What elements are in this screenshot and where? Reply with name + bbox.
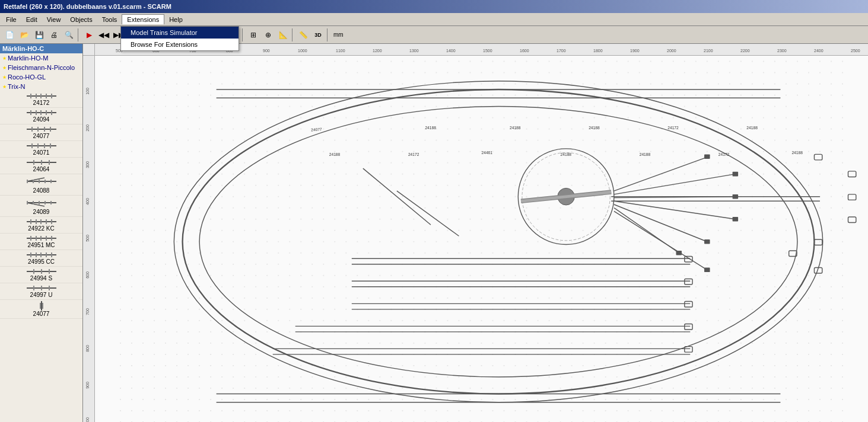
track-item-24071[interactable]: 24071 — [0, 141, 82, 158]
svg-rect-11 — [39, 201, 40, 204]
svg-text:24188: 24188 — [746, 126, 758, 130]
track-label-24064: 24064 — [33, 166, 50, 172]
menu-objects[interactable]: Objects — [65, 15, 97, 24]
print-button[interactable]: 🖨 — [47, 28, 61, 42]
track-icon-24995cc — [27, 252, 56, 257]
track-icon-24951mc — [27, 236, 56, 241]
track-item-24077b[interactable]: 24077 — [0, 300, 82, 319]
snap-button[interactable]: ⊕ — [261, 28, 275, 42]
sidebar-category-fleischmann[interactable]: Fleischmann-N-Piccolo — [0, 63, 82, 72]
play-button[interactable]: ▶ — [82, 28, 96, 42]
track-item-24077[interactable]: 24077 — [0, 124, 82, 141]
svg-text:1400: 1400 — [446, 49, 456, 53]
menu-help[interactable]: Help — [164, 15, 187, 24]
sidebar: Märklin-HO-C Marklin-HO-M Fleischmann-N-… — [0, 44, 83, 422]
svg-text:2000: 2000 — [667, 49, 676, 53]
track-item-24089[interactable]: 24089 — [0, 196, 82, 217]
svg-text:24188: 24188 — [589, 126, 600, 130]
menu-tools[interactable]: Tools — [97, 15, 122, 24]
svg-text:2400: 2400 — [814, 49, 824, 53]
track-item-24995cc[interactable]: 24995 CC — [0, 250, 82, 267]
svg-text:1700: 1700 — [557, 49, 566, 53]
titlebar: Rettafel (260 x 120). dubbelbaans v.01.s… — [0, 0, 868, 13]
sep1 — [78, 28, 80, 41]
track-item-24922kc[interactable]: 24922 KC — [0, 217, 82, 234]
menu-browse-for-extensions[interactable]: Browse For Extensions — [121, 39, 239, 50]
track-canvas[interactable]: 24077 24188 24188 24188 24172 24188 2418… — [95, 56, 868, 422]
sep6 — [327, 28, 329, 41]
title-text: Rettafel (260 x 120). dubbelbaans v.01.s… — [4, 3, 171, 10]
track-label-24951mc: 24951 MC — [27, 242, 55, 248]
svg-rect-10 — [33, 201, 34, 204]
svg-text:2100: 2100 — [704, 49, 713, 53]
svg-text:2300: 2300 — [777, 49, 787, 53]
sep5 — [292, 28, 294, 41]
svg-text:500: 500 — [85, 235, 90, 242]
svg-text:2500: 2500 — [851, 49, 860, 53]
svg-rect-2 — [27, 180, 28, 183]
track-item-24064[interactable]: 24064 — [0, 158, 82, 174]
track-item-24094[interactable]: 24094 — [0, 108, 82, 124]
svg-text:24188: 24188 — [791, 151, 803, 155]
canvas-area[interactable]: 500 600 700 800 900 1000 1100 1200 1300 … — [83, 44, 868, 422]
track-label-24071: 24071 — [33, 149, 50, 156]
svg-rect-80 — [733, 172, 739, 177]
svg-text:1800: 1800 — [593, 49, 603, 53]
measure-button[interactable]: 📏 — [296, 28, 310, 42]
sidebar-category-roco[interactable]: Roco-HO-GL — [0, 72, 82, 82]
track-label-24995cc: 24995 CC — [28, 258, 55, 265]
track-item-24994s[interactable]: 24994 S — [0, 267, 82, 283]
svg-text:24188: 24188 — [640, 152, 651, 156]
svg-rect-6 — [50, 180, 52, 183]
svg-rect-84 — [676, 251, 682, 255]
svg-text:24188: 24188 — [561, 152, 572, 156]
track-icon-24094 — [27, 110, 56, 115]
svg-text:24188: 24188 — [425, 126, 436, 130]
svg-rect-13 — [50, 201, 52, 204]
svg-rect-15 — [40, 303, 41, 309]
svg-text:24188: 24188 — [329, 152, 341, 156]
track-item-24088[interactable]: 24088 — [0, 174, 82, 196]
ruler-corner — [83, 44, 95, 56]
track-item-24997u[interactable]: 24997 U — [0, 283, 82, 300]
menu-model-trains-simulator[interactable]: Model Trains Simulator — [121, 27, 239, 39]
3d-button[interactable]: 3D — [311, 28, 325, 42]
svg-text:24172: 24172 — [718, 152, 730, 156]
new-button[interactable]: 📄 — [2, 28, 17, 42]
menu-extensions[interactable]: Extensions — [122, 14, 164, 24]
svg-rect-79 — [704, 154, 710, 159]
track-label-24088: 24088 — [33, 187, 50, 194]
track-icon-24077 — [27, 127, 56, 132]
track-icon-24994s — [27, 269, 56, 274]
svg-rect-83 — [704, 239, 710, 244]
svg-text:1500: 1500 — [483, 49, 492, 53]
svg-rect-92 — [848, 194, 856, 200]
grid-button[interactable]: ⊞ — [246, 28, 260, 42]
angle-button[interactable]: 📐 — [276, 28, 290, 42]
menu-file[interactable]: File — [1, 15, 21, 24]
track-icon-24077b — [36, 301, 47, 311]
menu-view[interactable]: View — [42, 15, 66, 24]
menu-edit[interactable]: Edit — [21, 15, 42, 24]
open-button[interactable]: 📂 — [17, 28, 31, 42]
track-label-24994s: 24994 S — [30, 275, 52, 282]
save-button[interactable]: 💾 — [32, 28, 46, 42]
svg-text:1000: 1000 — [298, 49, 307, 53]
zoom-button[interactable]: 🔍 — [62, 28, 76, 42]
prev-button[interactable]: ◀◀ — [97, 28, 111, 42]
svg-rect-3 — [33, 180, 34, 183]
sidebar-category-marklin-hom[interactable]: Marklin-HO-M — [0, 53, 82, 63]
sidebar-category-trix[interactable]: Trix-N — [0, 82, 82, 91]
svg-rect-93 — [848, 217, 856, 223]
svg-rect-49 — [115, 56, 848, 422]
svg-text:300: 300 — [85, 161, 90, 168]
ruler-left: 100 200 300 400 500 600 700 800 900 1000 — [83, 56, 95, 422]
track-item-24172[interactable]: 24172 — [0, 91, 82, 108]
switch-icon-24089 — [27, 198, 56, 207]
track-item-24951mc[interactable]: 24951 MC — [0, 234, 82, 250]
svg-text:24172: 24172 — [408, 152, 419, 156]
svg-text:1000: 1000 — [85, 417, 90, 422]
track-icon-24922kc — [27, 219, 56, 224]
svg-rect-85 — [704, 267, 710, 272]
track-label-24089: 24089 — [33, 209, 50, 215]
